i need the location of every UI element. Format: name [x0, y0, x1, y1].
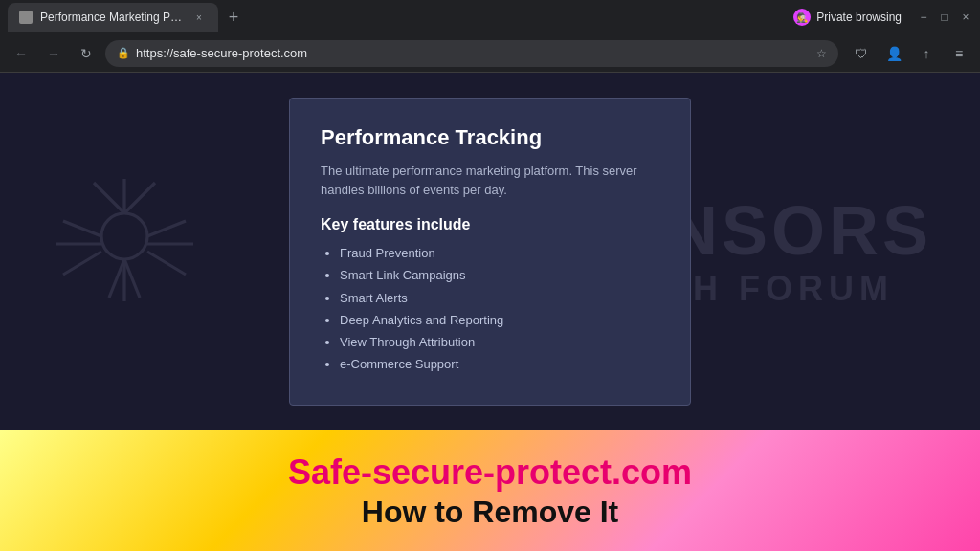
- banner-main-text: Safe-secure-protect.com: [288, 452, 692, 493]
- lock-icon: 🔒: [117, 47, 130, 59]
- feature-item: Smart Alerts: [340, 290, 659, 307]
- active-tab[interactable]: Performance Marketing Platform ×: [8, 3, 218, 32]
- back-button[interactable]: ←: [8, 40, 34, 67]
- feature-item: Fraud Prevention: [340, 245, 659, 262]
- svg-line-1: [94, 183, 124, 213]
- modal-card: Performance Tracking The ultimate perfor…: [289, 98, 691, 406]
- svg-line-11: [124, 259, 140, 298]
- feature-item: Deep Analytics and Reporting: [340, 312, 659, 329]
- window-controls: − □ ×: [917, 11, 972, 24]
- address-bar[interactable]: 🔒 https://safe-secure-protect.com ☆: [105, 40, 838, 67]
- modal-features-title: Key features include: [321, 216, 659, 233]
- watermark-spider-icon: [38, 175, 211, 328]
- share-icon[interactable]: ↑: [913, 40, 940, 67]
- svg-line-4: [63, 221, 101, 236]
- tab-bar: Performance Marketing Platform × + 🕵 Pri…: [0, 0, 980, 34]
- profile-icon[interactable]: 👤: [880, 40, 907, 67]
- page-content: SENSORS TECH FORUM Performance Tracking …: [0, 73, 980, 551]
- refresh-button[interactable]: ↻: [73, 40, 100, 67]
- svg-line-9: [147, 252, 186, 275]
- browser-frame: Performance Marketing Platform × + 🕵 Pri…: [0, 0, 980, 551]
- webpage: SENSORS TECH FORUM Performance Tracking …: [0, 73, 980, 430]
- feature-item: Smart Link Campaigns: [340, 267, 659, 284]
- private-browsing-label: Private browsing: [816, 11, 902, 24]
- tab-favicon: [19, 11, 33, 24]
- navigation-bar: ← → ↻ 🔒 https://safe-secure-protect.com …: [0, 34, 980, 73]
- tab-title: Performance Marketing Platform: [40, 11, 184, 24]
- modal-features-list: Fraud PreventionSmart Link CampaignsSmar…: [321, 245, 659, 373]
- svg-point-0: [101, 213, 147, 259]
- feature-item: e-Commerce Support: [340, 356, 659, 373]
- menu-icon[interactable]: ≡: [946, 40, 972, 67]
- modal-subtitle: The ultimate performance marketing platf…: [321, 162, 659, 199]
- bookmark-icon[interactable]: ☆: [816, 47, 827, 60]
- modal-title: Performance Tracking: [321, 125, 659, 150]
- shield-icon[interactable]: 🛡: [848, 40, 875, 67]
- close-button[interactable]: ×: [959, 11, 972, 24]
- forward-button[interactable]: →: [40, 40, 67, 67]
- bottom-banner: Safe-secure-protect.com How to Remove It: [0, 430, 980, 551]
- tab-close-button[interactable]: ×: [191, 10, 207, 25]
- maximize-button[interactable]: □: [938, 11, 951, 24]
- private-browsing-badge: 🕵 Private browsing: [793, 9, 902, 26]
- toolbar-icons: 🛡 👤 ↑ ≡: [848, 40, 972, 67]
- url-text: https://safe-secure-protect.com: [136, 46, 811, 60]
- banner-sub-text: How to Remove It: [362, 494, 618, 530]
- svg-line-3: [124, 183, 155, 213]
- svg-line-10: [109, 259, 124, 298]
- private-browsing-icon: 🕵: [793, 9, 811, 26]
- new-tab-button[interactable]: +: [222, 6, 245, 29]
- feature-item: View Through Attribution: [340, 334, 659, 351]
- address-right-icons: ☆: [816, 47, 827, 60]
- svg-line-7: [147, 221, 186, 236]
- minimize-button[interactable]: −: [917, 11, 930, 24]
- svg-line-6: [63, 252, 101, 275]
